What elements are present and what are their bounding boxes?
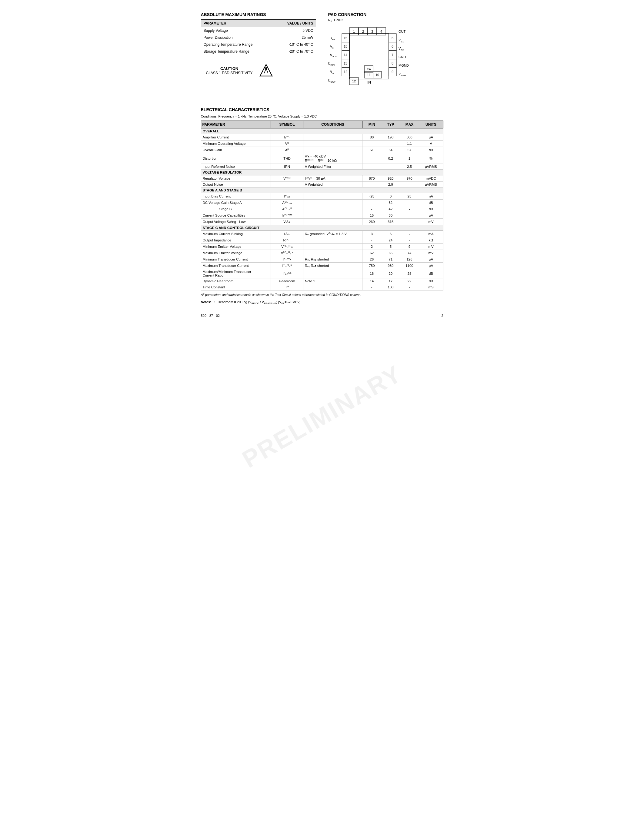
top-section: ABSOLUTE MAXIMUM RATINGS PARAMETER VALUE… xyxy=(201,12,443,98)
group-name: OVERALL xyxy=(201,129,443,134)
row-max: 300 xyxy=(400,134,419,141)
row-max: 1.1 xyxy=(400,141,419,147)
row-conditions xyxy=(303,219,362,225)
amr-param: Power Dissipation xyxy=(201,34,274,41)
row-symbol: Vₛᴵₙₖ xyxy=(271,219,303,225)
row-typ: 52 xyxy=(381,199,400,206)
row-max: 28 xyxy=(400,269,419,278)
row-min: 260 xyxy=(362,219,381,225)
svg-text:BOUT: BOUT xyxy=(328,79,335,83)
row-conditions: Rₑ grounded, VᴼU₄ = 1.3 V xyxy=(303,231,362,237)
amr-title: ABSOLUTE MAXIMUM RATINGS xyxy=(201,12,316,17)
col-typ: TYP xyxy=(381,121,400,129)
row-units: mV xyxy=(419,250,443,256)
amr-row: Supply Voltage5 VDC xyxy=(201,27,316,34)
caution-text: CAUTION CLASS 1 ESD SENSITIVITY xyxy=(206,66,253,75)
row-symbol: Iᵀ₋ᴹₐˣ xyxy=(271,263,303,269)
svg-text:16: 16 xyxy=(343,36,347,40)
row-min: - xyxy=(362,182,381,188)
row-min: 26 xyxy=(362,256,381,263)
svg-text:11: 11 xyxy=(367,73,370,77)
row-units: mVDC xyxy=(419,175,443,182)
row-symbol: Vᴮ xyxy=(271,141,303,147)
row-typ: 930 xyxy=(381,263,400,269)
row-param: Input Bias Current xyxy=(201,193,271,199)
svg-line-6 xyxy=(267,71,268,73)
elec-row: Input Bias Current Iᴮᴵₐₛ -25 0 25 nA xyxy=(201,193,443,199)
row-typ: 0 xyxy=(381,193,400,199)
row-typ: 190 xyxy=(381,134,400,141)
row-typ: - xyxy=(381,141,400,147)
row-units: dB xyxy=(419,147,443,153)
elec-group-header: STAGE A AND STAGE B xyxy=(201,188,443,193)
row-typ: 5 xyxy=(381,244,400,250)
svg-text:6: 6 xyxy=(391,45,393,48)
row-max: - xyxy=(400,237,419,244)
row-typ: 42 xyxy=(381,206,400,212)
row-units: μA xyxy=(419,256,443,263)
svg-rect-7 xyxy=(349,34,389,79)
row-symbol: Iᴮᴵₐₛ xyxy=(271,193,303,199)
row-symbol: Iₛᴵₙₖ xyxy=(271,231,303,237)
pad-section: PAD CONNECTION RE GND2 1 2 3 4 16 15 xyxy=(328,12,443,98)
elec-row: Amplifier Current Iₐᴹᴼ 80 190 300 μA xyxy=(201,134,443,141)
row-conditions xyxy=(303,284,362,291)
row-units: μA xyxy=(419,263,443,269)
row-symbol: Aᵝ xyxy=(271,147,303,153)
row-typ: - xyxy=(381,164,400,170)
svg-text:1: 1 xyxy=(353,30,354,33)
row-symbol: Vᴿᴱ₋ᴹᴵₙ xyxy=(271,244,303,250)
svg-text:12: 12 xyxy=(352,79,356,83)
svg-text:2: 2 xyxy=(362,30,364,33)
amr-row: Operating Temperature Range-10° C to 40°… xyxy=(201,41,316,48)
row-symbol: IRN xyxy=(271,164,303,170)
caution-label: CAUTION xyxy=(206,66,253,71)
row-units: V xyxy=(419,141,443,147)
row-conditions: Iᴸᴼₐᴰ = 30 μA xyxy=(303,175,362,182)
row-param: Maximum Transducer Current xyxy=(201,263,271,269)
row-typ: 66 xyxy=(381,250,400,256)
amr-param: Supply Voltage xyxy=(201,27,274,34)
row-conditions xyxy=(303,269,362,278)
row-typ: 315 xyxy=(381,219,400,225)
col-min: MIN xyxy=(362,121,381,129)
row-param: Output Voltage Swing - Low xyxy=(201,219,271,225)
row-min: 62 xyxy=(362,250,381,256)
caution-box: CAUTION CLASS 1 ESD SENSITIVITY xyxy=(201,60,316,81)
elec-section: ELECTRICAL CHARACTERISTICS Conditions: F… xyxy=(201,107,443,305)
row-min: - xyxy=(362,206,381,212)
row-symbol: Aᴼᴸ ₋ₐ xyxy=(271,199,303,206)
row-conditions xyxy=(303,193,362,199)
row-param: Maximum Current Sinking xyxy=(201,231,271,237)
elec-row: Distortion THD Vᴵₙ = -40 dBVRᴿᴵᴹᴹ = Rᵝᴻ … xyxy=(201,153,443,164)
row-conditions xyxy=(303,250,362,256)
row-conditions xyxy=(303,199,362,206)
svg-text:4: 4 xyxy=(380,30,382,33)
row-min: - xyxy=(362,141,381,147)
row-max: - xyxy=(400,212,419,219)
row-conditions: Vᴵₙ = -40 dBVRᴿᴵᴹᴹ = Rᵝᴻ = 10 kΩ xyxy=(303,153,362,164)
elec-row: Output Noise A Weighted - 2.9 - μVRMS xyxy=(201,182,443,188)
row-min: 14 xyxy=(362,278,381,284)
row-param: Overall Gain xyxy=(201,147,271,153)
row-typ: 30 xyxy=(381,212,400,219)
amr-header-value: VALUE / UNITS xyxy=(274,20,316,27)
row-typ: 24 xyxy=(381,237,400,244)
elec-row: Input Referred Noise IRN A Weighted Filt… xyxy=(201,164,443,170)
elec-row: Maximum Emitter Voltage Vᴿᴱ₋ᴹₐˣ 62 66 74… xyxy=(201,250,443,256)
amr-row: Storage Temperature Range-20° C to 70° C xyxy=(201,48,316,55)
row-param: Output Noise xyxy=(201,182,271,188)
row-conditions: Rₑ, Rₑ₁ shorted xyxy=(303,256,362,263)
footer-right: 2 xyxy=(441,314,443,317)
svg-text:7: 7 xyxy=(391,53,393,57)
row-min: 51 xyxy=(362,147,381,153)
row-units: % xyxy=(419,153,443,164)
footer-left: 520 - 87 - 02 xyxy=(201,314,220,317)
row-typ: 17 xyxy=(381,278,400,284)
row-min: -25 xyxy=(362,193,381,199)
row-min: 2 xyxy=(362,244,381,250)
row-param: Dynamic Headroom xyxy=(201,278,271,284)
svg-text:C4: C4 xyxy=(367,68,370,71)
row-max: 970 xyxy=(400,175,419,182)
row-max: 1 xyxy=(400,153,419,164)
